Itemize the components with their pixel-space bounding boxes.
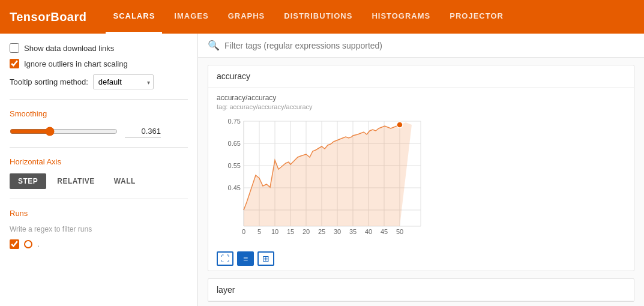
show-download-label: Show data download links [24,44,114,53]
axis-relative-button[interactable]: RELATIVE [49,173,103,189]
runs-section: Runs Write a regex to filter runs . [10,209,188,259]
main-layout: Show data download links Ignore outliers… [0,34,644,306]
runs-title: Runs [10,209,188,218]
svg-text:20: 20 [302,228,310,235]
accuracy-card: accuracy accuracy/accuracy tag: accuracy… [208,65,634,271]
layer-card: layer [208,278,634,302]
svg-text:10: 10 [271,228,278,235]
horizontal-axis-section: Horizontal Axis STEP RELATIVE WALL [10,157,188,199]
axis-step-button[interactable]: STEP [10,173,46,189]
run-label-1: . [37,240,39,248]
tooltip-row: Tooltip sorting method: default descendi… [10,74,188,89]
svg-text:50: 50 [396,228,403,235]
svg-text:15: 15 [287,228,294,235]
runs-row: . [10,239,188,249]
ignore-outliers-row[interactable]: Ignore outliers in chart scaling [10,59,188,68]
header: TensorBoard SCALARS IMAGES GRAPHS DISTRI… [0,0,644,34]
ignore-outliers-checkbox[interactable] [10,59,19,68]
axis-wall-button[interactable]: WALL [106,173,144,189]
svg-text:0.65: 0.65 [228,140,241,147]
show-download-checkbox[interactable] [10,43,19,53]
tab-images[interactable]: IMAGES [167,0,215,34]
fit-button[interactable]: ⛶ [217,251,233,266]
tab-distributions[interactable]: DISTRIBUTIONS [277,0,360,34]
runs-filter: Write a regex to filter runs [10,225,188,233]
svg-text:35: 35 [349,228,357,235]
smoothing-section: Smoothing 0.361 [10,109,188,148]
tab-histograms[interactable]: HISTOGRAMS [364,0,438,34]
chart-toolbar: ⛶ ≡ ⊞ [208,249,634,271]
app-logo: TensorBoard [10,10,86,24]
tooltip-sort-select[interactable]: default descending ascending nearest [93,74,154,89]
axis-buttons: STEP RELATIVE WALL [10,173,188,189]
svg-text:45: 45 [381,228,388,235]
main-content: 🔍 accuracy accuracy/accuracy tag: accura… [198,34,644,306]
svg-text:25: 25 [318,228,325,235]
zoom-button[interactable]: ⊞ [257,251,274,266]
smoothing-title: Smoothing [10,109,188,118]
horizontal-axis-title: Horizontal Axis [10,157,188,166]
accuracy-card-title: accuracy [208,65,634,88]
layer-card-title: layer [208,279,634,301]
svg-text:40: 40 [365,228,372,235]
svg-text:0.55: 0.55 [228,162,241,169]
ignore-outliers-label: Ignore outliers in chart scaling [24,59,128,68]
svg-text:5: 5 [257,228,261,235]
tooltip-label: Tooltip sorting method: [10,77,88,86]
svg-text:0.75: 0.75 [228,118,241,125]
run-checkbox-1[interactable] [10,239,19,249]
sidebar: Show data download links Ignore outliers… [0,34,198,306]
search-icon: 🔍 [208,40,220,51]
svg-text:30: 30 [334,228,341,235]
search-input[interactable] [224,41,634,50]
chart-tag: tag: accuracy/accuracy/accuracy [217,103,625,110]
tooltip-select-wrapper[interactable]: default descending ascending nearest ▾ [93,74,154,89]
chart-endpoint [397,122,403,128]
nav-tabs: SCALARS IMAGES GRAPHS DISTRIBUTIONS HIST… [106,0,510,34]
tab-projector[interactable]: PROJECTOR [442,0,511,34]
chart-header: accuracy/accuracy [217,94,625,102]
accuracy-chart: 0.75 0.65 0.55 0.45 0 5 10 15 20 25 30 3… [217,115,430,244]
tab-graphs[interactable]: GRAPHS [221,0,272,34]
smoothing-value-input[interactable]: 0.361 [125,125,161,137]
tab-scalars[interactable]: SCALARS [106,0,162,34]
svg-text:0: 0 [242,228,245,235]
show-download-row[interactable]: Show data download links [10,43,188,53]
svg-text:0.45: 0.45 [228,184,241,191]
search-bar: 🔍 [198,34,644,58]
smoothing-row: 0.361 [10,125,188,137]
smoothing-slider[interactable] [10,127,118,136]
run-color-dot [24,240,32,248]
download-section: Show data download links Ignore outliers… [10,43,188,100]
chart-container: accuracy/accuracy tag: accuracy/accuracy… [208,88,634,249]
pan-button[interactable]: ≡ [237,251,254,266]
